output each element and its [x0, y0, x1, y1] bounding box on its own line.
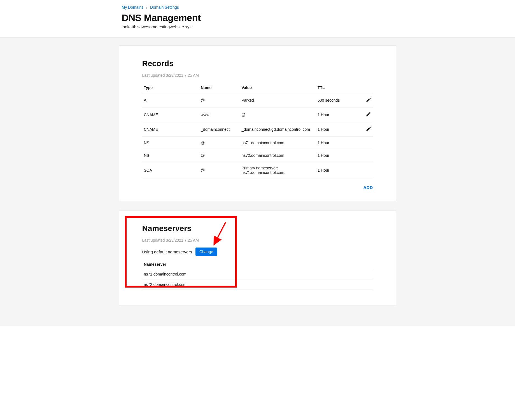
- nameserver-value: ns72.domaincontrol.com: [142, 279, 373, 290]
- record-ttl: 1 Hour: [316, 162, 356, 179]
- record-ttl: 1 Hour: [316, 122, 356, 137]
- breadcrumb: My Domains / Domain Settings: [122, 5, 393, 10]
- records-col-type: Type: [142, 83, 199, 93]
- breadcrumb-separator: /: [146, 5, 147, 10]
- nameservers-card: Nameservers Last updated 3/23/2021 7:25 …: [119, 210, 396, 306]
- record-value: @: [240, 108, 316, 122]
- record-type: CNAME: [142, 108, 199, 122]
- records-card: Records Last updated 3/23/2021 7:25 AM T…: [119, 45, 396, 201]
- nameservers-title: Nameservers: [142, 224, 373, 233]
- records-col-edit: [356, 83, 373, 93]
- table-row: ns71.domaincontrol.com: [142, 269, 373, 279]
- nameservers-last-updated: Last updated 3/23/2021 7:25 AM: [142, 238, 373, 242]
- records-col-ttl: TTL: [316, 83, 356, 93]
- record-name: @: [199, 162, 240, 179]
- records-title: Records: [142, 59, 373, 68]
- record-value: ns72.domaincontrol.com: [240, 149, 316, 162]
- record-name: @: [199, 149, 240, 162]
- records-col-value: Value: [240, 83, 316, 93]
- nameservers-col-label: Nameserver: [142, 260, 373, 269]
- breadcrumb-my-domains[interactable]: My Domains: [122, 5, 144, 10]
- table-row: ns72.domaincontrol.com: [142, 279, 373, 290]
- record-type: SOA: [142, 162, 199, 179]
- record-name: _domainconnect: [199, 122, 240, 137]
- record-name: @: [199, 137, 240, 149]
- record-name: @: [199, 93, 240, 108]
- record-value: Parked: [240, 93, 316, 108]
- nameserver-value: ns71.domaincontrol.com: [142, 269, 373, 279]
- page-title: DNS Management: [122, 12, 393, 23]
- edit-record-icon[interactable]: [366, 97, 371, 102]
- record-type: A: [142, 93, 199, 108]
- change-nameservers-button[interactable]: Change: [195, 248, 217, 256]
- record-ttl: 1 Hour: [316, 149, 356, 162]
- add-record-button[interactable]: ADD: [363, 185, 373, 190]
- table-row: CNAMEwww@1 Hour: [142, 108, 373, 122]
- record-value: ns71.domaincontrol.com: [240, 137, 316, 149]
- nameservers-table: Nameserver ns71.domaincontrol.comns72.do…: [142, 260, 373, 290]
- table-row: NS@ns71.domaincontrol.com1 Hour: [142, 137, 373, 149]
- record-name: www: [199, 108, 240, 122]
- table-row: SOA@Primary nameserver: ns71.domaincontr…: [142, 162, 373, 179]
- table-row: CNAME_domainconnect_domainconnect.gd.dom…: [142, 122, 373, 137]
- table-row: NS@ns72.domaincontrol.com1 Hour: [142, 149, 373, 162]
- nameservers-status: Using default nameservers: [142, 249, 192, 254]
- record-ttl: 1 Hour: [316, 137, 356, 149]
- record-ttl: 1 Hour: [316, 108, 356, 122]
- records-col-name: Name: [199, 83, 240, 93]
- table-row: A@Parked600 seconds: [142, 93, 373, 108]
- header-region: My Domains / Domain Settings DNS Managem…: [0, 0, 515, 38]
- record-type: CNAME: [142, 122, 199, 137]
- record-value: _domainconnect.gd.domaincontrol.com: [240, 122, 316, 137]
- edit-record-icon[interactable]: [366, 111, 371, 117]
- record-ttl: 600 seconds: [316, 93, 356, 108]
- record-type: NS: [142, 149, 199, 162]
- records-table: Type Name Value TTL A@Parked600 secondsC…: [142, 83, 373, 179]
- edit-record-icon[interactable]: [366, 126, 371, 132]
- record-type: NS: [142, 137, 199, 149]
- page-subtitle: lookatthisawesometestingwebsite.xyz: [122, 24, 393, 29]
- record-value: Primary nameserver: ns71.domaincontrol.c…: [240, 162, 316, 179]
- records-last-updated: Last updated 3/23/2021 7:25 AM: [142, 73, 373, 78]
- content-region: Records Last updated 3/23/2021 7:25 AM T…: [0, 38, 515, 326]
- breadcrumb-domain-settings[interactable]: Domain Settings: [150, 5, 179, 10]
